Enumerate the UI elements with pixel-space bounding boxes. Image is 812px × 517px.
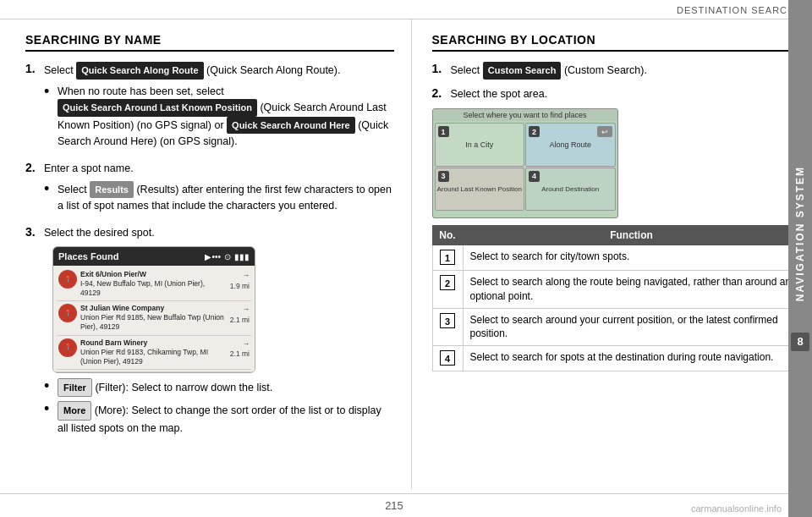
more-btn[interactable]: More	[58, 401, 91, 421]
quick-search-around-here-btn[interactable]: Quick Search Around Here	[227, 117, 355, 135]
right-step-1-post: (Custom Search).	[564, 64, 647, 76]
signal-icon: ▶•••	[205, 250, 221, 263]
quadrant-1-label: In a City	[465, 140, 493, 149]
map-screen-title: Places Found	[58, 250, 119, 264]
quadrant-2-num: 2	[529, 126, 540, 137]
num-box-1: 1	[440, 250, 455, 265]
table-row-4: 4 Select to search for spots at the dest…	[432, 346, 800, 371]
step-2-content: Enter a spot name. • Select Results (Res…	[44, 161, 394, 218]
location-icon-1: 📍	[58, 270, 77, 289]
quadrant-3[interactable]: 3 Around Last Known Position	[435, 168, 525, 212]
right-step-1-num: 1.	[432, 62, 447, 75]
table-cell-num-4: 4	[432, 346, 463, 371]
right-step-1-content: Select Custom Search (Custom Search).	[451, 62, 801, 80]
table-cell-num-3: 3	[432, 308, 463, 346]
places-found-screen: Places Found ▶••• ⊙ ▮▮▮ 📍 Exit 6/Union P…	[52, 246, 255, 373]
function-table: No. Function 1 Select to search for city…	[432, 225, 801, 371]
step-2-num: 2.	[25, 161, 41, 174]
map-row-3-text: Round Barn Winery Union Pier Rd 9183, Ch…	[80, 338, 227, 366]
table-row-1: 1 Select to search for city/town spots.	[432, 245, 800, 270]
table-cell-num-1: 1	[432, 245, 463, 270]
location-icon-2: 📍	[58, 304, 77, 322]
header-title: DESTINATION SEARCH	[677, 5, 795, 15]
num-box-2: 2	[440, 275, 455, 290]
quadrant-1[interactable]: 1 In a City	[435, 123, 525, 167]
more-bullet-content: More (More): Select to change the sort o…	[58, 401, 394, 436]
right-step-2: 2. Select the spot area.	[432, 86, 801, 102]
results-btn[interactable]: Results	[90, 181, 134, 199]
loc-map-header: Select where you want to find places	[433, 109, 617, 121]
right-column: SEARCHING BY LOCATION 1. Select Custom S…	[412, 19, 813, 489]
page-number: 215	[385, 499, 403, 512]
step-1-content: Select Quick Search Along Route (Quick S…	[44, 62, 394, 154]
right-step-1-pre: Select	[451, 64, 483, 76]
watermark: carmanualsonline.info	[691, 503, 782, 514]
right-section-title: SEARCHING BY LOCATION	[432, 33, 801, 52]
right-step-1: 1. Select Custom Search (Custom Search).	[432, 62, 801, 80]
quadrant-2[interactable]: ↩ 2 Along Route	[525, 123, 616, 167]
right-step-2-content: Select the spot area.	[451, 86, 801, 102]
step-2-bullets: • Select Results (Results) after enterin…	[44, 181, 394, 214]
step-3-bullet-filter: • Filter (Filter): Select to narrow down…	[44, 378, 394, 398]
filter-btn[interactable]: Filter	[58, 378, 92, 398]
table-row-3: 3 Select to search around your current p…	[432, 308, 800, 346]
map-results-body: 📍 Exit 6/Union Pier/W I-94, New Buffalo …	[53, 266, 255, 371]
bullet-icon: •	[44, 84, 56, 101]
bullet-icon-4: •	[44, 401, 56, 418]
step-3-num: 3.	[25, 225, 41, 239]
sidebar-label: NAVIGATION SYSTEM	[794, 166, 806, 301]
quadrant-1-num: 1	[438, 126, 449, 137]
right-sidebar: NAVIGATION SYSTEM 8	[788, 0, 812, 517]
map-row-2: 📍 St Julian Wine Company Union Pier Rd 9…	[57, 301, 251, 335]
quick-search-along-route-btn[interactable]: Quick Search Along Route	[76, 62, 203, 80]
table-cell-func-2: Select to search along the route being n…	[463, 271, 800, 309]
right-step-2-num: 2.	[432, 86, 447, 100]
step-3-text: Select the desired spot.	[44, 227, 155, 239]
map-footer: ▲ More 🔍 Filter	[53, 371, 255, 373]
main-content: SEARCHING BY NAME 1. Select Quick Search…	[0, 19, 812, 489]
step-3-bullet-more: • More (More): Select to change the sort…	[44, 401, 394, 436]
filter-bullet-content: Filter (Filter): Select to narrow down t…	[58, 378, 272, 398]
quadrant-4-num: 4	[529, 171, 540, 182]
step-2-bullet-1: • Select Results (Results) after enterin…	[44, 181, 394, 214]
quadrant-2-label: Along Route	[549, 140, 591, 149]
map-row-1-text: Exit 6/Union Pier/W I-94, New Buffalo Tw…	[80, 270, 227, 298]
step-1-bullet-1: • When no route has been set, select Qui…	[44, 84, 394, 151]
table-cell-func-3: Select to search around your current pos…	[463, 308, 800, 346]
table-cell-func-1: Select to search for city/town spots.	[463, 245, 800, 270]
map-row-2-text: St Julian Wine Company Union Pier Rd 918…	[80, 304, 227, 332]
quick-search-last-known-btn[interactable]: Quick Search Around Last Known Position	[58, 99, 257, 117]
table-row-2: 2 Select to search along the route being…	[432, 271, 800, 309]
table-header-no: No.	[432, 225, 463, 245]
table-header-function: Function	[463, 225, 800, 245]
quadrant-3-num: 3	[438, 171, 449, 182]
step-3-bullets: • Filter (Filter): Select to narrow down…	[44, 378, 394, 437]
map-row-2-dist: →2.1 mi	[230, 304, 250, 326]
loc-map-body: 1 In a City ↩ 2 Along Route 3 Around Las…	[433, 121, 617, 212]
bullet-icon-3: •	[44, 378, 56, 395]
step-3: 3. Select the desired spot. Places Found…	[25, 225, 394, 441]
step-1-bullets: • When no route has been set, select Qui…	[44, 84, 394, 151]
step-3-content: Select the desired spot. Places Found ▶•…	[44, 225, 394, 441]
quadrant-4-label: Around Destination	[541, 185, 599, 193]
num-box-3: 3	[440, 313, 455, 328]
step-1-post: (Quick Search Along Route).	[206, 64, 340, 76]
quadrant-3-label: Around Last Known Position	[436, 185, 522, 193]
page-header: DESTINATION SEARCH	[0, 0, 812, 19]
gps-icon: ⊙	[224, 250, 231, 263]
step-2-text: Enter a spot name.	[44, 162, 134, 174]
map-screen-header: Places Found ▶••• ⊙ ▮▮▮	[53, 247, 255, 267]
map-row-1: 📍 Exit 6/Union Pier/W I-94, New Buffalo …	[57, 267, 251, 301]
num-box-4: 4	[440, 350, 455, 366]
step-2: 2. Enter a spot name. • Select Results (…	[25, 161, 394, 218]
quadrant-4[interactable]: 4 Around Destination	[525, 168, 616, 212]
map-header-icons: ▶••• ⊙ ▮▮▮	[205, 250, 250, 263]
custom-search-btn[interactable]: Custom Search	[483, 62, 562, 80]
map-row-3: 📍 Round Barn Winery Union Pier Rd 9183, …	[57, 336, 251, 370]
left-column: SEARCHING BY NAME 1. Select Quick Search…	[0, 19, 412, 489]
table-cell-func-4: Select to search for spots at the destin…	[463, 346, 800, 371]
map-row-1-dist: →1.9 mi	[230, 270, 250, 292]
step-2-bullet-1-content: Select Results (Results) after entering …	[58, 181, 394, 214]
battery-icon: ▮▮▮	[234, 250, 250, 263]
sidebar-page-num: 8	[791, 333, 809, 351]
